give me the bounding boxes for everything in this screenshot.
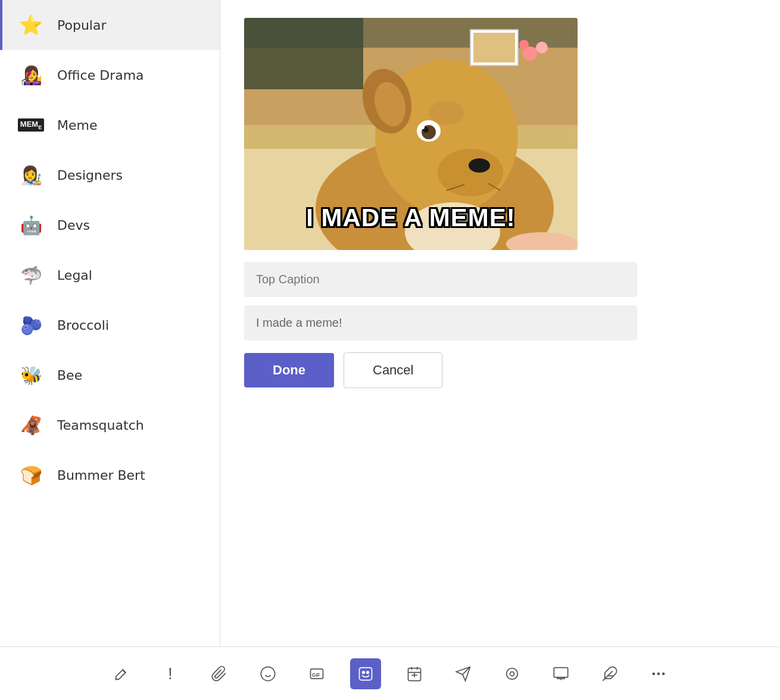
svg-point-49 [662, 672, 665, 675]
svg-point-31 [363, 671, 365, 673]
attach-button[interactable] [204, 658, 235, 689]
sidebar-item-bee[interactable]: 🐝Bee [0, 350, 220, 400]
svg-point-7 [438, 149, 503, 196]
sidebar-item-office-drama[interactable]: 👩‍🎤Office Drama [0, 50, 220, 100]
sidebar-icon-devs: 🤖 [17, 211, 45, 239]
sidebar-label-bee: Bee [57, 368, 82, 383]
sidebar-item-teamsquatch[interactable]: 🦧Teamsquatch [0, 400, 220, 450]
svg-point-40 [507, 668, 518, 679]
important-button[interactable]: ! [155, 658, 186, 689]
sidebar-label-devs: Devs [57, 218, 90, 233]
more-button[interactable] [643, 658, 674, 689]
sidebar-icon-office-drama: 👩‍🎤 [17, 61, 45, 89]
cancel-button[interactable]: Cancel [344, 352, 442, 388]
sidebar-item-designers[interactable]: 👩‍🎨Designers [0, 150, 220, 200]
sidebar-icon-teamsquatch: 🦧 [17, 411, 45, 439]
format-button[interactable] [106, 658, 137, 689]
svg-point-8 [469, 158, 490, 173]
sidebar-item-meme[interactable]: MEMEMeme [0, 100, 220, 150]
schedule-button[interactable] [399, 658, 430, 689]
action-buttons: Done Cancel [244, 352, 756, 388]
sidebar-icon-bee: 🐝 [17, 361, 45, 389]
svg-rect-30 [360, 667, 372, 680]
svg-point-32 [367, 671, 369, 673]
svg-rect-22 [473, 33, 515, 62]
svg-rect-42 [554, 667, 567, 677]
caption-inputs [244, 262, 637, 340]
top-caption-input[interactable] [244, 262, 637, 297]
sidebar-label-bummer-bert: Bummer Bert [57, 468, 145, 483]
sidebar-item-popular[interactable]: ⭐Popular [0, 0, 220, 50]
svg-point-12 [421, 126, 425, 129]
sidebar-label-office-drama: Office Drama [57, 68, 144, 83]
praise-button[interactable] [594, 658, 625, 689]
sidebar-icon-meme: MEME [17, 111, 45, 139]
svg-point-20 [519, 40, 529, 49]
svg-point-19 [536, 42, 548, 54]
emoji-button[interactable] [252, 658, 283, 689]
sticker-button[interactable] [350, 658, 381, 689]
sidebar-label-popular: Popular [57, 18, 107, 33]
meme-bottom-text: I MADE A MEME! [244, 204, 578, 232]
sidebar-label-teamsquatch: Teamsquatch [57, 418, 144, 433]
svg-point-41 [510, 671, 514, 676]
svg-rect-43 [557, 677, 564, 678]
svg-point-48 [657, 672, 660, 675]
send-button[interactable] [448, 658, 479, 689]
sidebar-item-broccoli[interactable]: 🫐Broccoli [0, 300, 220, 350]
sidebar-icon-bummer-bert: 🍞 [17, 461, 45, 489]
sidebar-label-meme: Meme [57, 118, 97, 133]
sidebar: ⭐Popular👩‍🎤Office DramaMEMEMeme👩‍🎨Design… [0, 0, 220, 646]
sidebar-item-devs[interactable]: 🤖Devs [0, 200, 220, 250]
svg-point-47 [653, 672, 656, 675]
bottom-caption-input[interactable] [244, 305, 637, 340]
sidebar-label-designers: Designers [57, 168, 123, 183]
svg-point-15 [429, 101, 464, 125]
done-button[interactable]: Done [244, 353, 334, 388]
main-container: ⭐Popular👩‍🎤Office DramaMEMEMeme👩‍🎨Design… [0, 0, 780, 646]
loop-button[interactable] [497, 658, 528, 689]
whiteboard-button[interactable] [545, 658, 576, 689]
content-area: I MADE A MEME! Done Cancel [220, 0, 780, 646]
sidebar-icon-legal: 🦈 [17, 261, 45, 289]
sidebar-label-broccoli: Broccoli [57, 318, 109, 333]
meme-image: I MADE A MEME! [244, 18, 578, 250]
svg-text:GIF: GIF [312, 672, 320, 677]
sidebar-item-bummer-bert[interactable]: 🍞Bummer Bert [0, 450, 220, 500]
sidebar-icon-broccoli: 🫐 [17, 311, 45, 339]
sidebar-icon-designers: 👩‍🎨 [17, 161, 45, 189]
meme-preview: I MADE A MEME! [244, 18, 578, 250]
bottom-toolbar: ! GIF [0, 646, 780, 700]
svg-point-25 [261, 667, 274, 680]
sidebar-label-legal: Legal [57, 268, 92, 283]
gif-button[interactable]: GIF [301, 658, 332, 689]
sidebar-item-legal[interactable]: 🦈Legal [0, 250, 220, 300]
sidebar-icon-popular: ⭐ [17, 11, 45, 39]
